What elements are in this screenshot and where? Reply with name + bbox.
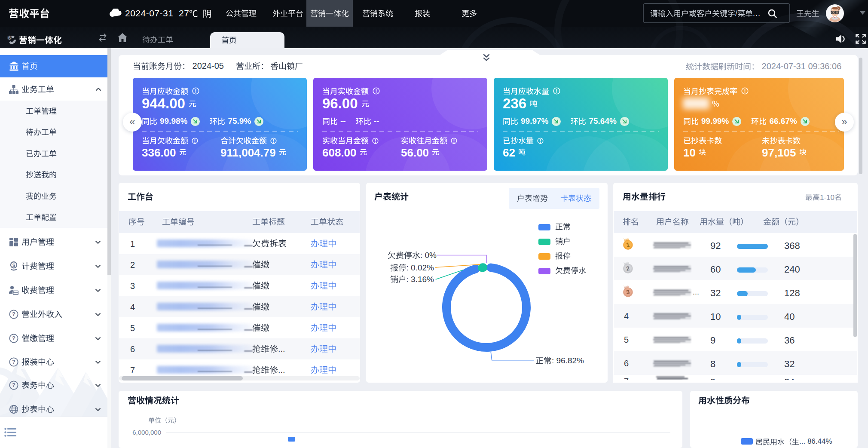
svg-text:S: S bbox=[12, 263, 15, 268]
svg-text:?: ? bbox=[12, 382, 15, 388]
svg-text:6: 6 bbox=[8, 35, 11, 40]
svg-text:?: ? bbox=[12, 335, 15, 341]
svg-text:?: ? bbox=[12, 311, 15, 317]
svg-text:?: ? bbox=[12, 359, 15, 365]
